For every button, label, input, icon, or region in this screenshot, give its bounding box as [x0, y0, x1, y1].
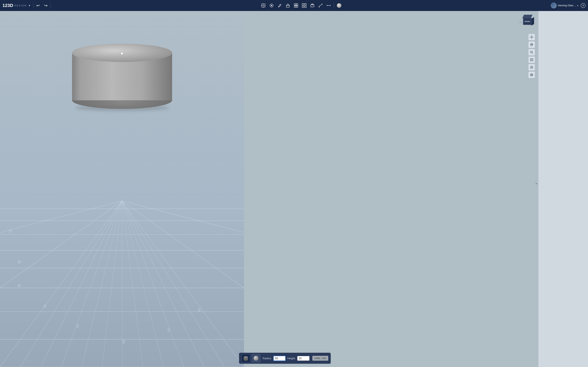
modify-tool[interactable]: [292, 2, 294, 9]
3d-cylinder[interactable]: [69, 44, 175, 109]
app-design-label: DESIGN: [15, 4, 27, 7]
redo-button[interactable]: ↪: [42, 2, 50, 9]
viewport[interactable]: -40 -30 -20 -25 -15 55 15 25: [0, 11, 244, 184]
svg-rect-6: [286, 5, 289, 7]
toolbar-separator-1: [33, 2, 34, 8]
transform-tool[interactable]: [259, 2, 267, 9]
app-dropdown[interactable]: ▾: [29, 4, 30, 7]
app-logo: 123D: [2, 3, 13, 8]
toolbar-center: [52, 2, 294, 9]
logo-area: 123D DESIGN ▾: [0, 3, 33, 8]
toolbar-separator-2: [51, 2, 51, 8]
svg-point-4: [271, 5, 272, 6]
primitives-tool[interactable]: [268, 2, 276, 9]
sketch-tool[interactable]: [276, 2, 284, 9]
undo-button[interactable]: ↩: [34, 2, 42, 9]
construct-tool[interactable]: [284, 2, 292, 9]
svg-marker-7: [286, 4, 289, 5]
header: 123D DESIGN ▾ ↩ ↪: [0, 0, 294, 11]
